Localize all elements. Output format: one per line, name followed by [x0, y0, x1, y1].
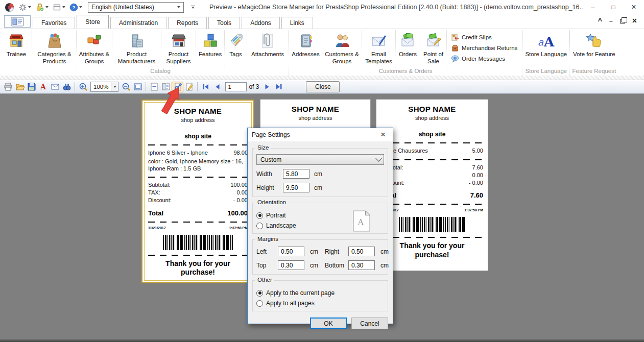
collapse-ribbon-icon[interactable] [598, 17, 602, 25]
app-logo-icon[interactable] [3, 2, 16, 13]
subtotal-value: 7.60 [472, 164, 483, 172]
open-button[interactable] [14, 82, 26, 92]
dialog-close-icon[interactable] [377, 130, 389, 140]
zoom-dropdown-icon [111, 82, 118, 91]
margins-group-label: Margins [255, 236, 280, 242]
trainee-button[interactable]: Trainee [2, 30, 31, 67]
email-templates-button[interactable]: Email Templates [362, 30, 396, 67]
previous-page-button[interactable] [211, 82, 223, 92]
product-manufacturers-label: Product Manufacturers [114, 51, 159, 65]
supplier-shop-icon [171, 32, 187, 50]
item-description: color : Gold, Iphone Memory size : 16, I… [148, 158, 248, 173]
merchandise-returns-button[interactable]: Merchandise Returns [451, 44, 517, 52]
address-book-icon [298, 32, 314, 50]
settings-gear-icon[interactable] [17, 2, 33, 13]
send-email-button[interactable] [49, 82, 61, 92]
previous-page-icon [213, 83, 222, 91]
size-group-label: Size [255, 144, 271, 151]
width-label: Width [256, 170, 283, 178]
tab-administration[interactable]: Administration [110, 17, 166, 29]
store-language-button[interactable]: aA Store Language [523, 30, 569, 67]
customize-toolbar-icon[interactable] [190, 5, 196, 10]
mdi-minimize-icon[interactable] [609, 17, 613, 25]
last-page-button[interactable] [273, 82, 284, 92]
mdi-restore-icon[interactable] [620, 19, 625, 23]
point-of-sale-label: Point of Sale [422, 51, 444, 65]
export-pdf-button[interactable]: A [37, 82, 49, 92]
maximize-icon[interactable] [603, 1, 624, 14]
save-button[interactable] [26, 82, 37, 92]
receipt-page-1[interactable]: SHOP NAME shop address shop site Iphone … [141, 100, 254, 283]
attachments-button[interactable]: Attachments [247, 30, 288, 67]
product-suppliers-label: Product Suppliers [163, 51, 194, 65]
dialog-title-bar[interactable]: Page Settings [248, 128, 393, 141]
tab-favorites[interactable]: Favorites [33, 17, 75, 29]
tab-links[interactable]: Links [281, 17, 313, 29]
print-button[interactable] [2, 82, 14, 92]
tab-store[interactable]: Store [77, 15, 109, 29]
mdi-close-icon[interactable] [632, 16, 637, 26]
apply-all-pages-label: Apply to all pages [266, 300, 315, 307]
margin-top-input[interactable] [278, 260, 304, 270]
preview-area: SHOP NAME shop address shop site Iphone … [0, 94, 644, 342]
find-button[interactable] [61, 82, 73, 92]
people-icon [334, 32, 350, 50]
zoom-out-button[interactable] [120, 82, 132, 92]
shop-site: shop site [148, 133, 248, 140]
edit-page-button[interactable] [183, 82, 195, 92]
tab-reports[interactable]: Reports [168, 17, 207, 29]
close-preview-button[interactable]: Close [306, 81, 340, 92]
margin-left-input[interactable] [278, 247, 304, 256]
size-select[interactable]: Custom [256, 154, 384, 165]
page-margins-button[interactable] [148, 82, 160, 92]
height-unit: cm [314, 184, 322, 191]
language-aA-icon: aA [537, 32, 555, 50]
vote-for-feature-button[interactable]: Vote for Feature [570, 30, 617, 67]
tab-tools[interactable]: Tools [208, 17, 240, 29]
divider [148, 144, 248, 145]
attributes-groups-button[interactable]: Attributes & Groups [77, 30, 112, 67]
security-lock-icon[interactable] [34, 2, 50, 13]
tab-addons[interactable]: Addons [242, 17, 280, 29]
zoom-in-button[interactable] [77, 82, 89, 92]
total-value: 100.00 [227, 209, 248, 217]
ribbon-group-store-language: aA Store Language Store Language [522, 30, 570, 76]
language-select[interactable]: English (United States) [88, 2, 184, 13]
first-page-button[interactable] [200, 82, 211, 92]
addresses-button[interactable]: Addresses [290, 30, 322, 67]
order-messages-button[interactable]: Order Messages [451, 55, 517, 63]
width-input[interactable] [283, 169, 309, 179]
credit-slips-button[interactable]: Credit Slips [451, 33, 517, 41]
apply-current-page-radio[interactable]: Apply to the current page [256, 289, 384, 297]
point-of-sale-button[interactable]: Point of Sale [420, 30, 447, 67]
categories-products-button[interactable]: Categories & Products [33, 30, 77, 67]
customers-groups-button[interactable]: Customers & Groups [322, 30, 362, 67]
zoom-level-select[interactable]: 100% [90, 82, 118, 92]
margin-bottom-input[interactable] [348, 260, 375, 270]
ok-button[interactable]: OK [310, 317, 347, 329]
item-name: Iphone 6 Silver - Iphone [148, 149, 208, 157]
apply-all-pages-radio[interactable]: Apply to all pages [256, 300, 384, 307]
tags-button[interactable]: Tags [225, 30, 247, 67]
landscape-label: Landscape [266, 222, 296, 229]
product-manufacturers-button[interactable]: Product Manufacturers [112, 30, 161, 67]
report-view-button[interactable] [4, 15, 31, 28]
barcode [399, 217, 465, 232]
report-icon [11, 17, 24, 27]
help-icon[interactable]: ? [68, 2, 84, 13]
minimize-icon[interactable] [583, 1, 603, 14]
margin-right-input[interactable] [348, 247, 375, 256]
window-layout-icon[interactable] [51, 2, 67, 13]
fit-page-button[interactable] [132, 82, 144, 92]
page-number-input[interactable] [225, 82, 247, 91]
orders-button[interactable]: Orders [396, 30, 420, 67]
features-button[interactable]: Features [196, 30, 225, 67]
height-input[interactable] [283, 183, 309, 192]
apply-current-page-label: Apply to the current page [266, 289, 335, 297]
next-page-button[interactable] [261, 82, 273, 92]
svg-text:A: A [40, 83, 46, 91]
categories-products-label: Categories & Products [35, 51, 74, 65]
cancel-button[interactable]: Cancel [351, 317, 388, 329]
product-suppliers-button[interactable]: Product Suppliers [161, 30, 196, 67]
close-icon[interactable] [624, 1, 644, 14]
